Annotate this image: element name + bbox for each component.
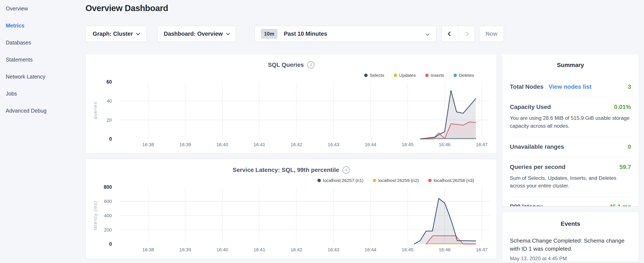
event-timestamp: May 13, 2020 at 4:45 PM — [510, 255, 631, 261]
svg-text:16:38: 16:38 — [142, 142, 154, 147]
summary-label: Total Nodes — [510, 83, 544, 90]
svg-text:16:45: 16:45 — [402, 247, 414, 252]
time-step-forward-button[interactable] — [458, 26, 474, 42]
time-range-dropdown[interactable]: 10m Past 10 Minutes — [255, 26, 436, 42]
sidebar-item-metrics[interactable]: Metrics — [0, 17, 81, 34]
svg-text:16:43: 16:43 — [328, 247, 339, 252]
chevron-down-icon — [426, 32, 430, 36]
summary-label: Capacity Used — [510, 104, 551, 110]
time-range-label: Past 10 Minutes — [284, 31, 327, 37]
legend-dot-icon — [373, 179, 376, 182]
summary-panel: Summary Total Nodes View nodes list 3 Ca… — [502, 54, 639, 206]
svg-text:0: 0 — [109, 136, 112, 142]
summary-value: 0 — [628, 143, 631, 150]
svg-text:20: 20 — [107, 117, 112, 123]
svg-text:16:45: 16:45 — [402, 142, 414, 147]
service-latency-chart[interactable]: 16:3816:3916:4016:4116:4216:4316:4416:45… — [86, 159, 497, 259]
summary-value: 46.1 ms — [609, 203, 631, 206]
sidebar-item-jobs[interactable]: Jobs — [0, 85, 81, 102]
info-icon[interactable]: i — [342, 166, 350, 174]
sidebar-item-label: Network Latency — [6, 74, 45, 80]
toolbar-divider — [250, 26, 250, 42]
service-latency-chart-card: 16:3816:3916:4016:4116:4216:4316:4416:45… — [86, 159, 497, 259]
legend-label: localhost:26259 (n2) — [378, 178, 419, 183]
legend-dot-icon — [454, 74, 457, 77]
info-icon[interactable]: i — [307, 61, 314, 69]
summary-row-total-nodes: Total Nodes View nodes list 3 — [510, 77, 631, 97]
chevron-left-icon — [448, 32, 452, 36]
svg-text:16:42: 16:42 — [291, 247, 302, 252]
sidebar-item-label: Metrics — [6, 23, 24, 29]
chart-title: Service Latency: SQL, 99th percentile — [232, 167, 339, 173]
legend-dot-icon — [318, 179, 321, 182]
svg-text:0: 0 — [109, 241, 112, 247]
svg-text:16:38: 16:38 — [142, 247, 154, 252]
legend-label: localhost:26257 (n1) — [323, 178, 363, 183]
summary-subtext: You are using 28.6 MiB of 515.9 GiB usab… — [510, 114, 631, 130]
svg-text:16:41: 16:41 — [254, 247, 265, 252]
sidebar: Overview Metrics Databases Statements Ne… — [0, 0, 81, 263]
legend-dot-icon — [425, 74, 428, 77]
page-title: Overview Dashboard — [86, 4, 644, 13]
legend-dot-icon — [364, 74, 368, 77]
chevron-down-icon — [136, 31, 140, 35]
events-panel: Events Schema Change Completed: Schema c… — [502, 212, 639, 262]
legend-item[interactable]: Deletes — [454, 73, 474, 78]
sidebar-item-network-latency[interactable]: Network Latency — [0, 68, 81, 85]
svg-text:200: 200 — [104, 227, 112, 232]
summary-row-capacity-used: Capacity Used 0.01% You are using 28.6 M… — [510, 97, 631, 137]
sidebar-item-databases[interactable]: Databases — [0, 34, 81, 51]
time-step-back-button[interactable] — [442, 26, 458, 42]
sql-queries-chart-card: 16:3816:3916:4016:4116:4216:4316:4416:45… — [86, 54, 497, 154]
svg-text:16:47: 16:47 — [476, 247, 488, 252]
sidebar-item-label: Databases — [6, 40, 31, 46]
summary-label: Unavailable ranges — [510, 143, 564, 150]
legend-item[interactable]: Selects — [364, 73, 384, 78]
summary-row-unavailable-ranges: Unavailable ranges 0 — [510, 137, 631, 157]
time-range-badge: 10m — [261, 29, 278, 39]
svg-text:latency (ms): latency (ms) — [93, 201, 98, 230]
summary-subtext: Sum of Selects, Updates, Inserts, and De… — [510, 174, 631, 190]
sidebar-item-statements[interactable]: Statements — [0, 51, 81, 68]
main-content: Overview Dashboard Graph: Cluster Dashbo… — [86, 0, 644, 262]
svg-text:16:46: 16:46 — [439, 247, 450, 252]
sql-queries-chart[interactable]: 16:3816:3916:4016:4116:4216:4316:4416:45… — [86, 54, 497, 154]
svg-text:60: 60 — [106, 79, 112, 85]
svg-text:16:43: 16:43 — [328, 142, 339, 147]
svg-text:16:44: 16:44 — [365, 247, 376, 252]
event-text: Schema Change Completed: Schema change w… — [510, 237, 631, 253]
graph-source-dropdown[interactable]: Graph: Cluster — [86, 26, 147, 42]
legend-label: Updates — [399, 73, 416, 78]
chart-legend: SelectsUpdatesInsertsDeletes — [364, 73, 474, 78]
chevron-right-icon — [464, 32, 469, 36]
view-nodes-list-link[interactable]: View nodes list — [548, 83, 592, 90]
sidebar-item-advanced-debug[interactable]: Advanced Debug — [0, 102, 81, 119]
chart-title: SQL Queries — [268, 62, 304, 68]
chevron-down-icon — [226, 31, 230, 35]
summary-row-queries-per-second: Queries per second 59.7 Sum of Selects, … — [510, 157, 631, 197]
sidebar-item-overview[interactable]: Overview — [0, 0, 81, 17]
svg-text:16:42: 16:42 — [291, 142, 302, 147]
summary-value: 3 — [628, 83, 631, 90]
side-column: Summary Total Nodes View nodes list 3 Ca… — [502, 54, 639, 262]
legend-item[interactable]: localhost:26259 (n2) — [373, 178, 419, 183]
legend-item[interactable]: Inserts — [425, 73, 444, 78]
legend-item[interactable]: Updates — [394, 73, 416, 78]
now-button[interactable]: Now — [479, 26, 504, 42]
chart-legend: localhost:26257 (n1)localhost:26259 (n2)… — [318, 178, 474, 183]
event-list-item[interactable]: Schema Change Completed: Schema change w… — [510, 237, 631, 261]
legend-label: Deletes — [459, 73, 474, 78]
legend-dot-icon — [428, 179, 432, 182]
legend-item[interactable]: localhost:26257 (n1) — [318, 178, 363, 183]
svg-text:16:41: 16:41 — [254, 142, 265, 147]
sidebar-item-label: Overview — [6, 6, 28, 12]
dashboard-dropdown[interactable]: Dashboard: Overview — [157, 26, 236, 42]
legend-item[interactable]: localhost:26258 (n3) — [428, 178, 474, 183]
summary-label: P99 latency — [510, 203, 542, 206]
summary-row-p99-latency: P99 latency 46.1 ms — [510, 197, 631, 206]
svg-text:16:40: 16:40 — [216, 142, 228, 147]
svg-text:600: 600 — [104, 199, 112, 204]
svg-text:16:46: 16:46 — [439, 142, 450, 147]
graph-source-dropdown-label: Graph: Cluster — [93, 31, 133, 37]
legend-label: Inserts — [431, 73, 444, 78]
